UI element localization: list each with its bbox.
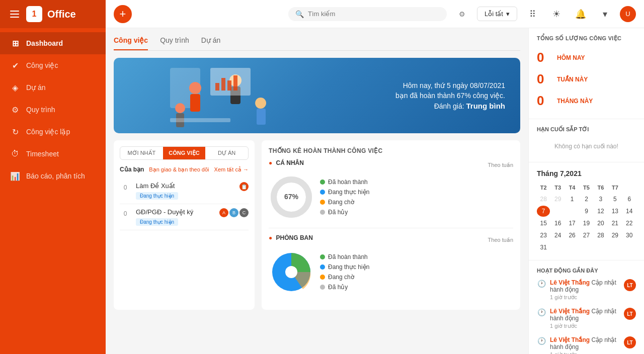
cal-day[interactable]: 19 xyxy=(580,218,593,229)
cal-day[interactable]: 28 xyxy=(537,194,550,205)
view-all-link[interactable]: Xem tất cả → xyxy=(214,166,249,173)
cal-day[interactable]: 2 xyxy=(580,194,593,205)
sidebar-item-label: Dự án xyxy=(26,83,46,92)
search-bar[interactable]: 🔍 xyxy=(288,7,447,21)
cal-day[interactable]: 29 xyxy=(551,194,564,205)
legend-dot xyxy=(320,264,325,270)
cal-day[interactable]: 6 xyxy=(623,194,636,205)
sidebar-item-timesheet[interactable]: ⏱ Timesheet xyxy=(0,143,106,165)
activity-content: Lê Việt Thắng Cập nhật hành động 1 giờ t… xyxy=(550,336,620,354)
clock-icon: 🕐 xyxy=(537,279,546,288)
cal-day[interactable]: 14 xyxy=(623,206,636,217)
sidebar-item-cong-viec-lap[interactable]: ↻ Công việc lặp xyxy=(0,121,106,143)
task-item: 0 GĐ/PGĐ - Duyệt ký Đang thực hiện A B C xyxy=(120,204,249,230)
search-input[interactable] xyxy=(308,10,440,18)
cal-header: T5 xyxy=(580,183,593,193)
bao-cao-icon: 📊 xyxy=(10,171,20,181)
summary-section: TỔNG SỐ LƯỢNG CÔNG VIỆC 0 HÔM NAY 0 TUẦN… xyxy=(529,28,644,119)
task-avatar-3: C xyxy=(239,208,249,217)
legend-item: Đã hủy xyxy=(320,284,369,291)
sidebar-item-quy-trinh[interactable]: ⚙ Quy trình xyxy=(0,99,106,121)
task-count: 0 xyxy=(120,182,131,193)
cal-day[interactable]: 5 xyxy=(608,194,621,205)
sidebar-item-du-an[interactable]: ◈ Dự án xyxy=(0,76,106,99)
legend-item: Đã hoàn thành xyxy=(320,179,369,186)
filter-icon-button[interactable]: ⚙ xyxy=(453,5,471,23)
add-button[interactable]: + xyxy=(114,5,132,23)
grid-icon-button[interactable]: ⠿ xyxy=(523,5,541,23)
app-logo: 1 xyxy=(26,6,42,22)
cal-day[interactable]: 21 xyxy=(608,218,621,229)
task-badge: Đang thực hiện xyxy=(136,192,178,200)
cal-day[interactable]: 23 xyxy=(537,230,550,241)
phong-ban-label: ● PHÒNG BAN xyxy=(269,234,313,241)
cal-day[interactable]: 29 xyxy=(608,230,621,241)
loi-tat-button[interactable]: Lỗi tất ▾ xyxy=(477,7,517,21)
cal-day[interactable]: 16 xyxy=(551,218,564,229)
deadline-empty: Không có hạn cuối nào! xyxy=(537,138,636,155)
cal-day[interactable]: 26 xyxy=(566,230,579,241)
task-avatar-1: A xyxy=(219,208,228,217)
tab-du-an[interactable]: Dự án xyxy=(201,34,221,50)
task-item: 0 Làm Đề Xuất Đang thực hiện 📋 xyxy=(120,178,249,204)
sidebar-item-bao-cao[interactable]: 📊 Báo cáo, phân tích xyxy=(0,165,106,187)
sidebar-item-label: Dashboard xyxy=(26,39,63,47)
cal-day[interactable]: 22 xyxy=(623,218,636,229)
legend-dot xyxy=(320,210,325,215)
cal-day[interactable] xyxy=(566,206,579,217)
chevron-down-icon[interactable]: ▾ xyxy=(596,5,614,23)
cal-day[interactable]: 13 xyxy=(608,206,621,217)
cal-day[interactable]: 30 xyxy=(623,230,636,241)
user-icon-button[interactable]: U xyxy=(620,6,636,22)
sidebar-item-label: Công việc lặp xyxy=(26,128,70,136)
legend-dot xyxy=(320,285,325,290)
legend-dot xyxy=(320,275,325,280)
tab-quy-trinh[interactable]: Quy trình xyxy=(160,34,189,50)
task-info: Làm Đề Xuất Đang thực hiện xyxy=(136,182,234,200)
tab-cong-viec[interactable]: Công việc xyxy=(114,34,148,50)
summary-row-today: 0 HÔM NAY xyxy=(537,47,636,68)
filter-label: Của bạn xyxy=(120,166,144,173)
svg-rect-9 xyxy=(233,75,237,91)
svg-rect-14 xyxy=(170,118,230,122)
topbar: + 🔍 ⚙ Lỗi tất ▾ ⠿ ☀ 🔔 ▾ U xyxy=(106,0,644,28)
cal-day[interactable]: 12 xyxy=(594,206,607,217)
sun-icon-button[interactable]: ☀ xyxy=(547,5,566,23)
cal-day[interactable]: 9 xyxy=(580,206,593,217)
hamburger-menu[interactable] xyxy=(8,9,21,20)
cal-day[interactable]: 24 xyxy=(551,230,564,241)
summary-label-today: HÔM NAY xyxy=(557,54,585,61)
cong-viec-lap-icon: ↻ xyxy=(10,127,20,137)
cal-day[interactable]: 31 xyxy=(537,242,550,253)
main-area: + 🔍 ⚙ Lỗi tất ▾ ⠿ ☀ 🔔 ▾ U Công việc Quy … xyxy=(106,0,644,354)
cal-day[interactable]: 20 xyxy=(594,218,607,229)
phong-ban-header: ● PHÒNG BAN Theo tuần xyxy=(269,234,513,245)
cal-day[interactable]: 28 xyxy=(594,230,607,241)
cal-day-today[interactable]: 7 xyxy=(537,206,550,217)
legend-item: Đang chờ xyxy=(320,274,369,281)
cal-day[interactable]: 15 xyxy=(537,218,550,229)
legend-dot xyxy=(320,200,325,205)
avatar: LT xyxy=(624,336,636,348)
cal-day xyxy=(623,183,636,193)
task-badge: Đang thực hiện xyxy=(136,218,178,226)
cal-day xyxy=(551,206,564,217)
cal-day[interactable]: 27 xyxy=(580,230,593,241)
bell-icon-button[interactable]: 🔔 xyxy=(572,5,590,23)
legend-item: Đã hủy xyxy=(320,209,369,216)
task-icon: 📋 xyxy=(239,182,249,191)
filter-link[interactable]: Bạn giao & bạn theo dõi xyxy=(149,166,209,173)
svg-text:67%: 67% xyxy=(284,193,299,201)
legend-dot xyxy=(320,190,325,195)
mini-tab-du-an[interactable]: DỰ ÁN xyxy=(205,147,248,159)
calendar-section: Tháng 7,2021 T2 T3 T4 T5 T6 T7 28 29 1 2… xyxy=(529,162,644,260)
mini-tab-cong-viec[interactable]: CÔNG VIỆC xyxy=(163,147,206,159)
mini-tab-moi-nhat[interactable]: MỚI NHẤT xyxy=(120,147,163,159)
ca-nhan-header: ● CÁ NHÂN Theo tuần xyxy=(269,159,513,170)
cal-day[interactable]: 17 xyxy=(566,218,579,229)
cal-day[interactable]: 3 xyxy=(594,194,607,205)
sidebar-item-dashboard[interactable]: ⊞ Dashboard xyxy=(0,32,106,54)
sidebar-item-cong-viec[interactable]: ✔ Công việc xyxy=(0,54,106,76)
cal-day[interactable]: 1 xyxy=(566,194,579,205)
stats-title: THỐNG KÊ HOÀN THÀNH CÔNG VIỆC xyxy=(269,147,513,154)
